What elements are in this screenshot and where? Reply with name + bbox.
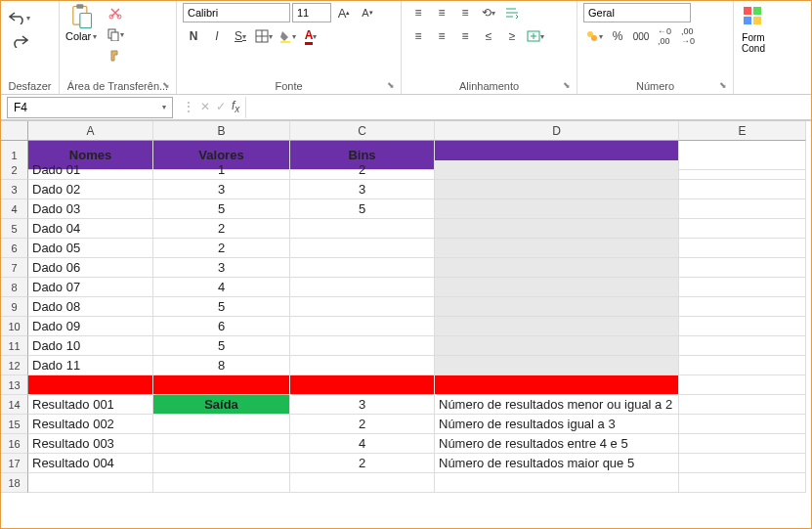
cell[interactable] — [435, 336, 679, 356]
row-header[interactable]: 13 — [1, 375, 28, 395]
increase-indent-button[interactable]: ≥ — [501, 26, 523, 46]
increase-decimal-button[interactable]: ←0,00 — [654, 26, 675, 46]
cell[interactable] — [435, 317, 679, 336]
font-color-button[interactable]: A▾ — [300, 26, 321, 46]
col-header[interactable]: B — [153, 121, 290, 141]
cell[interactable] — [435, 375, 679, 395]
cell[interactable]: 3 — [290, 395, 435, 415]
paste-button[interactable]: Colar▾ — [65, 3, 97, 42]
cell[interactable] — [679, 297, 806, 317]
cell[interactable] — [290, 278, 435, 297]
cell[interactable] — [679, 317, 806, 336]
row-header[interactable]: 6 — [1, 239, 28, 258]
increase-font-button[interactable]: A▴ — [333, 3, 355, 22]
cell[interactable] — [679, 356, 806, 375]
cell[interactable]: 2 — [153, 219, 290, 239]
align-left-button[interactable]: ≡ — [407, 26, 429, 46]
cell[interactable] — [290, 297, 435, 317]
spreadsheet-grid[interactable]: A B C D E 1 Nomes Valores Bins 2Dado 011… — [1, 120, 811, 493]
cell[interactable]: 2 — [290, 160, 435, 180]
cell[interactable] — [153, 473, 290, 493]
cell[interactable]: Dado 06 — [28, 258, 153, 278]
col-header[interactable]: A — [28, 121, 153, 141]
cell[interactable]: Dado 10 — [28, 336, 153, 356]
row-header[interactable]: 3 — [1, 180, 28, 199]
cell[interactable]: 4 — [290, 434, 435, 454]
cell[interactable]: Número de resultados menor ou igual a 2 — [435, 395, 679, 415]
cell[interactable]: 3 — [153, 180, 290, 199]
cell[interactable] — [290, 317, 435, 336]
cell[interactable] — [679, 395, 806, 415]
percent-button[interactable]: % — [607, 26, 628, 46]
align-center-button[interactable]: ≡ — [431, 26, 452, 46]
row-header[interactable]: 7 — [1, 258, 28, 278]
row-header[interactable]: 9 — [1, 297, 28, 317]
align-right-button[interactable]: ≡ — [454, 26, 476, 46]
row-header[interactable]: 15 — [1, 415, 28, 434]
cell[interactable]: 4 — [153, 278, 290, 297]
cell[interactable]: 2 — [153, 239, 290, 258]
cell[interactable]: Dado 09 — [28, 317, 153, 336]
cell[interactable]: 2 — [290, 415, 435, 434]
cell[interactable] — [290, 258, 435, 278]
cell[interactable]: 1 — [153, 160, 290, 180]
cell[interactable]: Dado 08 — [28, 297, 153, 317]
cell[interactable] — [435, 258, 679, 278]
cell[interactable] — [435, 180, 679, 199]
cell[interactable]: 8 — [153, 356, 290, 375]
cell[interactable] — [679, 336, 806, 356]
cell[interactable] — [679, 434, 806, 454]
cell[interactable] — [679, 375, 806, 395]
cell[interactable]: Dado 02 — [28, 180, 153, 199]
row-header[interactable]: 16 — [1, 434, 28, 454]
cell[interactable] — [290, 239, 435, 258]
row-header[interactable]: 10 — [1, 317, 28, 336]
cell[interactable]: 5 — [290, 199, 435, 219]
row-header[interactable]: 17 — [1, 454, 28, 473]
row-header[interactable]: 2 — [1, 160, 28, 180]
cell[interactable] — [679, 473, 806, 493]
cell[interactable] — [290, 219, 435, 239]
cell[interactable] — [153, 434, 290, 454]
align-bottom-button[interactable]: ≡ — [454, 3, 476, 22]
cut-button[interactable] — [105, 3, 126, 22]
copy-button[interactable]: ▾ — [105, 24, 126, 44]
cell[interactable] — [435, 356, 679, 375]
decrease-decimal-button[interactable]: ,00→0 — [677, 26, 699, 46]
cell[interactable]: Dado 11 — [28, 356, 153, 375]
cell[interactable] — [679, 415, 806, 434]
number-dialog-launcher[interactable]: ⬊ — [719, 80, 731, 92]
cell[interactable]: Saída — [153, 395, 290, 415]
currency-button[interactable]: ▾ — [583, 26, 605, 46]
row-header[interactable]: 12 — [1, 356, 28, 375]
cell[interactable]: 5 — [153, 297, 290, 317]
row-header[interactable]: 18 — [1, 473, 28, 493]
cell[interactable]: 3 — [153, 258, 290, 278]
number-format-select[interactable] — [583, 3, 691, 22]
cell[interactable] — [435, 219, 679, 239]
cell[interactable]: 3 — [290, 180, 435, 199]
cell[interactable] — [679, 180, 806, 199]
cell[interactable]: Número de resultados maior que 5 — [435, 454, 679, 473]
cell[interactable] — [435, 278, 679, 297]
cell[interactable] — [290, 336, 435, 356]
undo-button[interactable]: ▾ — [7, 9, 32, 26]
cell[interactable]: Resultado 002 — [28, 415, 153, 434]
cell[interactable]: Resultado 001 — [28, 395, 153, 415]
align-top-button[interactable]: ≡ — [407, 3, 429, 22]
enter-icon[interactable]: ✓ — [216, 100, 226, 113]
cell[interactable] — [435, 473, 679, 493]
cell[interactable]: Resultado 003 — [28, 434, 153, 454]
cell[interactable]: Dado 01 — [28, 160, 153, 180]
font-size-select[interactable] — [292, 3, 331, 22]
font-dialog-launcher[interactable]: ⬊ — [387, 80, 399, 92]
cell[interactable]: Número de resultados igual a 3 — [435, 415, 679, 434]
decrease-indent-button[interactable]: ≤ — [478, 26, 499, 46]
cell[interactable] — [435, 160, 679, 180]
cell[interactable]: 5 — [153, 336, 290, 356]
formula-bar-input[interactable] — [245, 97, 811, 118]
cell[interactable]: Dado 05 — [28, 239, 153, 258]
cell[interactable]: 6 — [153, 317, 290, 336]
cell[interactable] — [435, 297, 679, 317]
fx-icon[interactable]: fx — [232, 99, 239, 114]
